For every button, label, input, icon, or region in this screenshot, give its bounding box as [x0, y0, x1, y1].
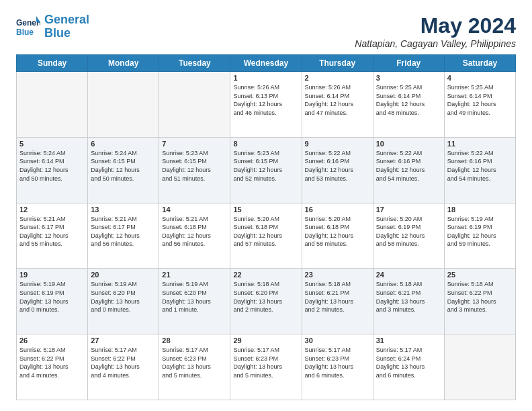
- logo-icon: General Blue: [16, 15, 40, 39]
- calendar-cell: 6Sunrise: 5:24 AM Sunset: 6:15 PM Daylig…: [88, 137, 159, 203]
- calendar-cell: 27Sunrise: 5:17 AM Sunset: 6:22 PM Dayli…: [88, 334, 159, 400]
- calendar-cell: 22Sunrise: 5:18 AM Sunset: 6:20 PM Dayli…: [230, 269, 302, 334]
- day-number: 30: [305, 336, 370, 345]
- calendar-cell: 19Sunrise: 5:19 AM Sunset: 6:19 PM Dayli…: [17, 269, 88, 334]
- calendar-day-header: Wednesday: [230, 55, 302, 72]
- calendar-cell: [159, 72, 230, 138]
- day-number: 5: [19, 140, 85, 148]
- day-number: 28: [162, 336, 227, 345]
- day-info: Sunrise: 5:19 AM Sunset: 6:19 PM Dayligh…: [447, 215, 513, 248]
- calendar-cell: 11Sunrise: 5:22 AM Sunset: 6:16 PM Dayli…: [444, 137, 515, 203]
- calendar-cell: 3Sunrise: 5:25 AM Sunset: 6:14 PM Daylig…: [373, 72, 444, 138]
- calendar-week-row: 26Sunrise: 5:18 AM Sunset: 6:22 PM Dayli…: [17, 334, 516, 400]
- calendar-week-row: 1Sunrise: 5:26 AM Sunset: 6:13 PM Daylig…: [17, 72, 516, 138]
- calendar-cell: 12Sunrise: 5:21 AM Sunset: 6:17 PM Dayli…: [17, 203, 88, 269]
- day-number: 8: [233, 140, 298, 148]
- day-number: 17: [376, 205, 441, 214]
- day-info: Sunrise: 5:17 AM Sunset: 6:22 PM Dayligh…: [91, 346, 156, 379]
- calendar-cell: 13Sunrise: 5:21 AM Sunset: 6:17 PM Dayli…: [88, 203, 159, 269]
- day-number: 25: [447, 271, 513, 279]
- calendar-cell: 30Sunrise: 5:17 AM Sunset: 6:23 PM Dayli…: [302, 334, 373, 400]
- day-info: Sunrise: 5:19 AM Sunset: 6:20 PM Dayligh…: [162, 280, 227, 314]
- calendar-cell: 14Sunrise: 5:21 AM Sunset: 6:18 PM Dayli…: [159, 203, 230, 269]
- day-info: Sunrise: 5:17 AM Sunset: 6:23 PM Dayligh…: [162, 346, 227, 379]
- day-info: Sunrise: 5:21 AM Sunset: 6:17 PM Dayligh…: [91, 215, 156, 248]
- day-info: Sunrise: 5:23 AM Sunset: 6:15 PM Dayligh…: [233, 149, 298, 183]
- day-info: Sunrise: 5:22 AM Sunset: 6:16 PM Dayligh…: [447, 149, 513, 183]
- calendar-cell: 4Sunrise: 5:25 AM Sunset: 6:14 PM Daylig…: [444, 72, 515, 138]
- day-info: Sunrise: 5:23 AM Sunset: 6:15 PM Dayligh…: [162, 149, 227, 183]
- day-info: Sunrise: 5:17 AM Sunset: 6:23 PM Dayligh…: [233, 346, 298, 379]
- logo: General Blue General Blue: [16, 13, 89, 40]
- day-number: 7: [162, 140, 227, 148]
- day-number: 26: [19, 336, 85, 345]
- day-info: Sunrise: 5:18 AM Sunset: 6:20 PM Dayligh…: [233, 280, 298, 314]
- day-number: 21: [162, 271, 227, 279]
- day-info: Sunrise: 5:20 AM Sunset: 6:18 PM Dayligh…: [233, 215, 298, 248]
- day-number: 22: [233, 271, 298, 279]
- day-number: 13: [91, 205, 156, 214]
- calendar-cell: 23Sunrise: 5:18 AM Sunset: 6:21 PM Dayli…: [302, 269, 373, 334]
- calendar-cell: 10Sunrise: 5:22 AM Sunset: 6:16 PM Dayli…: [373, 137, 444, 203]
- header: General Blue General Blue May 2024 Natta…: [16, 13, 516, 49]
- calendar-cell: 8Sunrise: 5:23 AM Sunset: 6:15 PM Daylig…: [230, 137, 302, 203]
- day-number: 27: [91, 336, 156, 345]
- calendar-cell: 9Sunrise: 5:22 AM Sunset: 6:16 PM Daylig…: [302, 137, 373, 203]
- day-info: Sunrise: 5:26 AM Sunset: 6:14 PM Dayligh…: [305, 83, 370, 117]
- title-block: May 2024 Nattapian, Cagayan Valley, Phil…: [355, 13, 516, 49]
- day-info: Sunrise: 5:25 AM Sunset: 6:14 PM Dayligh…: [447, 83, 513, 117]
- day-number: 20: [91, 271, 156, 279]
- page: General Blue General Blue May 2024 Natta…: [0, 0, 532, 411]
- day-number: 9: [305, 140, 370, 148]
- day-number: 19: [19, 271, 85, 279]
- day-info: Sunrise: 5:18 AM Sunset: 6:22 PM Dayligh…: [19, 346, 85, 379]
- day-info: Sunrise: 5:17 AM Sunset: 6:24 PM Dayligh…: [376, 346, 441, 379]
- day-number: 12: [19, 205, 85, 214]
- day-number: 2: [305, 74, 370, 82]
- day-info: Sunrise: 5:24 AM Sunset: 6:14 PM Dayligh…: [19, 149, 85, 183]
- calendar-day-header: Monday: [88, 55, 159, 72]
- calendar-day-header: Friday: [373, 55, 444, 72]
- day-number: 10: [376, 140, 441, 148]
- calendar-cell: 25Sunrise: 5:18 AM Sunset: 6:22 PM Dayli…: [444, 269, 515, 334]
- day-number: 3: [376, 74, 441, 82]
- day-number: 29: [233, 336, 298, 345]
- calendar-cell: 26Sunrise: 5:18 AM Sunset: 6:22 PM Dayli…: [17, 334, 88, 400]
- location: Nattapian, Cagayan Valley, Philippines: [355, 38, 516, 49]
- calendar-header-row: SundayMondayTuesdayWednesdayThursdayFrid…: [17, 55, 516, 72]
- calendar-cell: 18Sunrise: 5:19 AM Sunset: 6:19 PM Dayli…: [444, 203, 515, 269]
- month-year: May 2024: [355, 13, 516, 38]
- calendar-week-row: 5Sunrise: 5:24 AM Sunset: 6:14 PM Daylig…: [17, 137, 516, 203]
- calendar-cell: 1Sunrise: 5:26 AM Sunset: 6:13 PM Daylig…: [230, 72, 302, 138]
- day-number: 16: [305, 205, 370, 214]
- day-number: 18: [447, 205, 513, 214]
- calendar-week-row: 12Sunrise: 5:21 AM Sunset: 6:17 PM Dayli…: [17, 203, 516, 269]
- calendar-week-row: 19Sunrise: 5:19 AM Sunset: 6:19 PM Dayli…: [17, 269, 516, 334]
- calendar-cell: 2Sunrise: 5:26 AM Sunset: 6:14 PM Daylig…: [302, 72, 373, 138]
- calendar-cell: 29Sunrise: 5:17 AM Sunset: 6:23 PM Dayli…: [230, 334, 302, 400]
- day-number: 11: [447, 140, 513, 148]
- day-number: 24: [376, 271, 441, 279]
- calendar-cell: 15Sunrise: 5:20 AM Sunset: 6:18 PM Dayli…: [230, 203, 302, 269]
- day-info: Sunrise: 5:22 AM Sunset: 6:16 PM Dayligh…: [305, 149, 370, 183]
- day-number: 1: [233, 74, 298, 82]
- day-info: Sunrise: 5:26 AM Sunset: 6:13 PM Dayligh…: [233, 83, 298, 117]
- calendar-cell: 17Sunrise: 5:20 AM Sunset: 6:19 PM Dayli…: [373, 203, 444, 269]
- calendar-table: SundayMondayTuesdayWednesdayThursdayFrid…: [16, 54, 516, 400]
- calendar-cell: 5Sunrise: 5:24 AM Sunset: 6:14 PM Daylig…: [17, 137, 88, 203]
- day-info: Sunrise: 5:25 AM Sunset: 6:14 PM Dayligh…: [376, 83, 441, 117]
- calendar-day-header: Thursday: [302, 55, 373, 72]
- svg-text:Blue: Blue: [16, 28, 34, 37]
- day-number: 4: [447, 74, 513, 82]
- day-number: 23: [305, 271, 370, 279]
- calendar-cell: 31Sunrise: 5:17 AM Sunset: 6:24 PM Dayli…: [373, 334, 444, 400]
- day-info: Sunrise: 5:19 AM Sunset: 6:20 PM Dayligh…: [91, 280, 156, 314]
- day-info: Sunrise: 5:19 AM Sunset: 6:19 PM Dayligh…: [19, 280, 85, 314]
- calendar-cell: [17, 72, 88, 138]
- calendar-cell: 7Sunrise: 5:23 AM Sunset: 6:15 PM Daylig…: [159, 137, 230, 203]
- calendar-cell: 28Sunrise: 5:17 AM Sunset: 6:23 PM Dayli…: [159, 334, 230, 400]
- day-number: 6: [91, 140, 156, 148]
- calendar-cell: 24Sunrise: 5:18 AM Sunset: 6:21 PM Dayli…: [373, 269, 444, 334]
- calendar-cell: [444, 334, 515, 400]
- day-info: Sunrise: 5:18 AM Sunset: 6:22 PM Dayligh…: [447, 280, 513, 314]
